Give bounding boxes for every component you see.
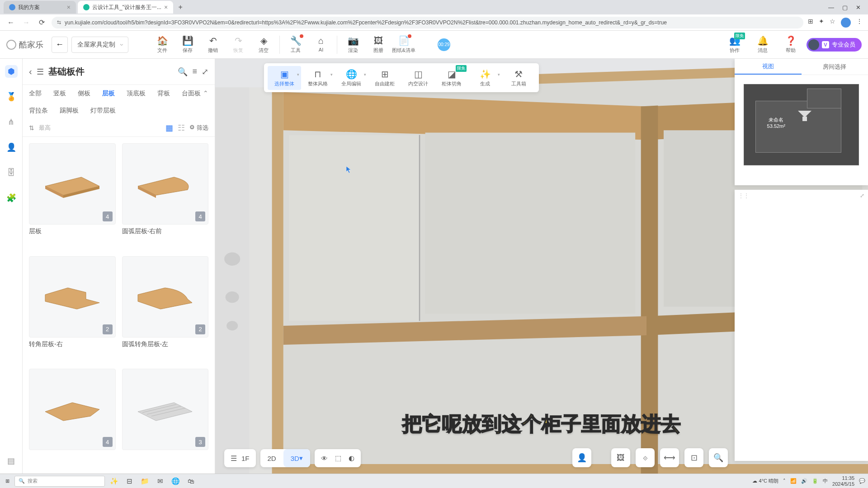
undo-button[interactable]: ↶撤销 bbox=[201, 33, 225, 56]
rail-home[interactable]: ⬢ bbox=[5, 65, 18, 78]
search-icon[interactable]: 🔍 bbox=[178, 67, 188, 77]
cat-shelf[interactable]: 层板 bbox=[102, 89, 115, 98]
copilot-icon[interactable]: ✨ bbox=[108, 475, 120, 488]
grid-item[interactable]: 4 层板 bbox=[29, 143, 116, 250]
list-icon[interactable]: ☰ bbox=[37, 67, 44, 77]
gallery-button[interactable]: 🖼图册 bbox=[366, 33, 391, 56]
app-chrome-icon[interactable]: 🌐 bbox=[169, 475, 182, 488]
chevron-up-icon[interactable]: ⌃ bbox=[203, 89, 208, 97]
browser-tab-1[interactable]: 我的方案 × bbox=[4, 1, 76, 14]
grid-view-icon[interactable]: ▦ bbox=[165, 123, 173, 133]
nav-back-button[interactable]: ← bbox=[5, 17, 16, 28]
minimap-canvas[interactable]: 未命名 53.52m² bbox=[744, 84, 859, 165]
grid-item[interactable]: 4 bbox=[29, 369, 116, 467]
rail-user[interactable]: 👤 bbox=[5, 141, 18, 154]
snapshot-button[interactable]: 🖼 bbox=[611, 448, 630, 467]
cat-side[interactable]: 侧板 bbox=[78, 89, 90, 98]
select-whole-tool[interactable]: ▣选择整体▾ bbox=[268, 66, 301, 90]
tray-chevron-icon[interactable]: ˄ bbox=[783, 478, 786, 484]
taskbar-search[interactable]: 🔍 搜索 bbox=[14, 476, 105, 487]
cube-icon[interactable]: ⬚ bbox=[335, 454, 341, 462]
cat-vertical[interactable]: 竖板 bbox=[53, 89, 66, 98]
maximize-button[interactable]: ▢ bbox=[842, 4, 848, 11]
2d-button[interactable]: 2D bbox=[260, 455, 283, 462]
cat-topbottom[interactable]: 顶底板 bbox=[127, 89, 146, 98]
minimize-button[interactable]: — bbox=[828, 4, 834, 11]
measure-button[interactable]: ⟐ bbox=[636, 448, 655, 467]
collab-button[interactable]: 限免👥协作 bbox=[722, 33, 747, 56]
save-button[interactable]: 💾保存 bbox=[175, 33, 200, 56]
close-button[interactable]: ✕ bbox=[856, 4, 861, 11]
rail-badge[interactable]: 🏅 bbox=[5, 90, 18, 103]
corner-cut-tool[interactable]: 限免◪柜体切角 bbox=[435, 66, 468, 90]
view-tab[interactable]: 视图 bbox=[735, 59, 802, 75]
task-view-icon[interactable]: ⊟ bbox=[123, 475, 136, 488]
nav-forward-button[interactable]: → bbox=[21, 17, 32, 28]
close-icon[interactable]: × bbox=[67, 4, 71, 11]
tray-volume-icon[interactable]: 🔊 bbox=[801, 478, 807, 484]
item-grid[interactable]: 4 层板 4 圆弧层板-右前 2 转角层板-右 bbox=[23, 137, 215, 474]
file-menu[interactable]: 🏠文件 bbox=[150, 33, 175, 56]
sort-toggle-icon[interactable]: ⇅ bbox=[29, 124, 34, 131]
rail-settings[interactable]: ▤ bbox=[5, 455, 18, 467]
bookmark-icon[interactable]: ☆ bbox=[830, 18, 835, 28]
cat-led[interactable]: 灯带层板 bbox=[90, 107, 116, 115]
new-tab-button[interactable]: + bbox=[175, 2, 186, 13]
drawings-button[interactable]: 📄图纸&清单 bbox=[392, 33, 416, 56]
tool-menu[interactable]: 🔧工具 bbox=[283, 33, 308, 56]
cat-strip[interactable]: 背拉条 bbox=[29, 107, 48, 115]
cat-counter[interactable]: 台面板 bbox=[182, 89, 201, 98]
person-view-button[interactable]: 👤 bbox=[572, 448, 591, 467]
dimension-button[interactable]: ⟷ bbox=[660, 448, 679, 467]
app-folder-icon[interactable]: 📁 bbox=[138, 475, 151, 488]
url-input[interactable]: ⇆ yun.kujiale.com/cloud/tool/h5/bim?desi… bbox=[52, 17, 803, 28]
floor-selector[interactable]: ☰1F bbox=[224, 449, 256, 467]
2d-3d-toggle[interactable]: 2D 3D ▾ bbox=[260, 449, 310, 467]
reload-button[interactable]: ⟳ bbox=[36, 17, 47, 28]
render-button[interactable]: 📷渲染 bbox=[341, 33, 365, 56]
close-icon[interactable]: × bbox=[164, 4, 168, 11]
toolbox-tool[interactable]: ⚒工具箱 bbox=[502, 66, 535, 90]
sort-icon[interactable]: ≡ bbox=[192, 67, 197, 76]
rail-storage[interactable]: 🗄 bbox=[5, 166, 18, 179]
focus-button[interactable]: ⊡ bbox=[684, 448, 703, 467]
free-cabinet-tool[interactable]: ⊞自由建柜 bbox=[368, 66, 401, 90]
cat-kick[interactable]: 踢脚板 bbox=[60, 107, 79, 115]
list-view-icon[interactable]: ☷ bbox=[178, 123, 185, 133]
cat-back[interactable]: 背板 bbox=[157, 89, 170, 98]
design-canvas[interactable]: ▣选择整体▾ ⊓整体风格▾ 🌐全局编辑▾ ⊞自由建柜 ◫内空设计 限免◪柜体切角… bbox=[215, 59, 868, 474]
cat-all[interactable]: 全部 bbox=[29, 89, 42, 98]
grid-item[interactable]: 2 转角层板-右 bbox=[29, 256, 116, 363]
timer-bubble[interactable]: 00:29 bbox=[438, 38, 450, 51]
room-select-tab[interactable]: 房间选择 bbox=[802, 59, 868, 75]
tray-ime-icon[interactable]: 中 bbox=[823, 478, 828, 484]
expand-icon[interactable]: ⤢ bbox=[860, 192, 864, 199]
browser-tab-2[interactable]: 云设计工具_"设计服务王一... × bbox=[78, 1, 173, 14]
app-store-icon[interactable]: 🛍 bbox=[184, 475, 197, 488]
clear-button[interactable]: ◈清空 bbox=[251, 33, 276, 56]
site-info-icon[interactable]: ⇆ bbox=[57, 19, 61, 25]
back-button[interactable]: ← bbox=[52, 37, 68, 53]
mode-dropdown[interactable]: 全屋家具定制 bbox=[71, 37, 128, 53]
menu-icon[interactable]: ⋮ bbox=[856, 18, 863, 28]
space-design-tool[interactable]: ◫内空设计 bbox=[401, 66, 435, 90]
global-edit-tool[interactable]: 🌐全局编辑▾ bbox=[335, 66, 368, 90]
app-mail-icon[interactable]: ✉ bbox=[154, 475, 166, 488]
ai-menu[interactable]: ⌂AI bbox=[309, 33, 333, 56]
tray-clock[interactable]: 11:35 2024/5/15 bbox=[832, 475, 854, 486]
messages-button[interactable]: 🔔消息 bbox=[750, 33, 775, 56]
rail-share[interactable]: ⋔ bbox=[5, 116, 18, 128]
tray-network-icon[interactable]: 📶 bbox=[790, 478, 797, 484]
zoom-button[interactable]: 🔍 bbox=[709, 448, 728, 467]
generate-tool[interactable]: ✨生成▾ bbox=[468, 66, 502, 90]
help-button[interactable]: ❓帮助 bbox=[778, 33, 803, 56]
grid-item[interactable]: 3 bbox=[122, 369, 209, 467]
notifications-icon[interactable]: 💬 bbox=[859, 478, 865, 484]
contrast-icon[interactable]: ◐ bbox=[349, 454, 354, 462]
tray-battery-icon[interactable]: 🔋 bbox=[812, 478, 818, 484]
3d-button[interactable]: 3D ▾ bbox=[283, 449, 310, 467]
filter-button[interactable]: ⚙筛选 bbox=[189, 124, 208, 132]
collapse-icon[interactable]: ⤢ bbox=[202, 67, 208, 77]
drag-handle-icon[interactable]: ⋮⋮ bbox=[738, 192, 749, 199]
weather-widget[interactable]: ☁ 4°C 晴朗 bbox=[752, 478, 778, 484]
